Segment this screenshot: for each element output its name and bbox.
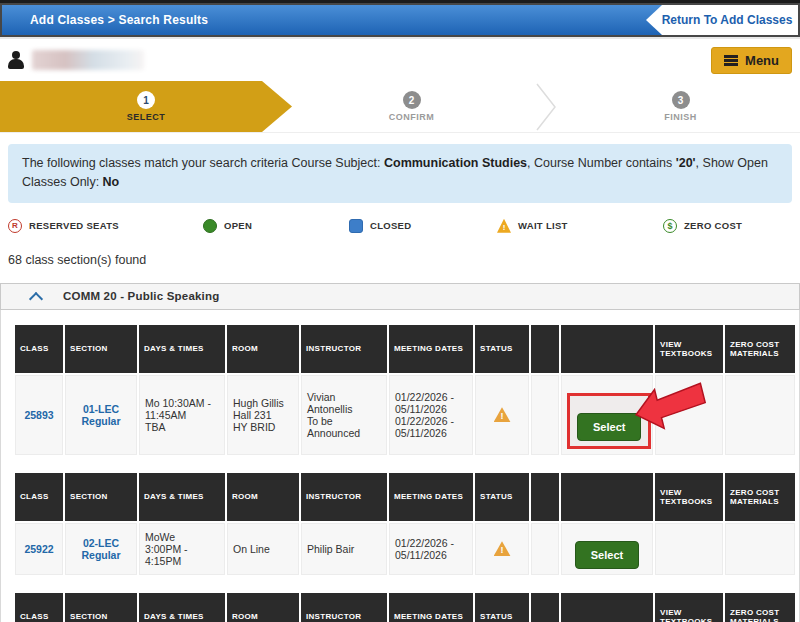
legend-closed-label: CLOSED bbox=[370, 220, 411, 231]
step-confirm-label: CONFIRM bbox=[389, 112, 435, 122]
col-status: STATUS bbox=[475, 593, 529, 622]
progress-steps: 1 SELECT 2 CONFIRM 3 FINISH bbox=[0, 81, 800, 133]
col-status: STATUS bbox=[475, 473, 529, 521]
step-select-label: SELECT bbox=[127, 112, 166, 122]
col-view-textbooks: VIEW TEXTBOOKS bbox=[655, 593, 723, 622]
course-group-header[interactable]: COMM 20 - Public Speaking bbox=[0, 283, 800, 310]
class-number-link[interactable]: 25893 bbox=[24, 409, 53, 421]
legend-zero-cost: $ ZERO COST bbox=[663, 219, 742, 233]
course-group-panel: CLASS SECTION DAYS & TIMES ROOM INSTRUCT… bbox=[0, 310, 800, 622]
wait-list-status-icon: ! bbox=[494, 407, 511, 422]
table-row: 25893 01-LEC Regular Mo 10:30AM - 11:45A… bbox=[15, 375, 795, 455]
col-status: STATUS bbox=[475, 325, 529, 373]
breadcrumb-separator: > bbox=[108, 13, 115, 27]
col-instructor: INSTRUCTOR bbox=[301, 473, 387, 521]
section-link[interactable]: 01-LEC Regular bbox=[81, 403, 120, 427]
col-view-textbooks: VIEW TEXTBOOKS bbox=[655, 325, 723, 373]
view-textbooks-cell bbox=[655, 375, 723, 455]
col-class: CLASS bbox=[15, 593, 63, 622]
col-days-times: DAYS & TIMES bbox=[139, 325, 225, 373]
blank-cell bbox=[531, 523, 559, 575]
col-action bbox=[561, 593, 653, 622]
step-finish: 3 FINISH bbox=[561, 81, 800, 132]
legend-wait-list-label: WAIT LIST bbox=[518, 220, 568, 231]
banner-mid1: , Course Number contains bbox=[527, 156, 676, 170]
legend-zero-cost-label: ZERO COST bbox=[684, 220, 742, 231]
table-header-row: CLASS SECTION DAYS & TIMES ROOM INSTRUCT… bbox=[15, 473, 795, 521]
section-table-3: CLASS SECTION DAYS & TIMES ROOM INSTRUCT… bbox=[13, 591, 787, 622]
table-header-row: CLASS SECTION DAYS & TIMES ROOM INSTRUCT… bbox=[15, 325, 795, 373]
col-zero-cost-materials: ZERO COST MATERIALS bbox=[725, 593, 795, 622]
section-table-1: CLASS SECTION DAYS & TIMES ROOM INSTRUCT… bbox=[13, 323, 787, 457]
action-cell: Select bbox=[561, 523, 653, 575]
col-section: SECTION bbox=[65, 473, 137, 521]
action-cell: Select bbox=[561, 375, 653, 455]
legend-open-label: OPEN bbox=[224, 220, 252, 231]
course-group-title: COMM 20 - Public Speaking bbox=[63, 290, 219, 302]
breadcrumb: Add Classes > Search Results bbox=[2, 13, 208, 27]
col-section: SECTION bbox=[65, 325, 137, 373]
class-number-link[interactable]: 25922 bbox=[24, 543, 53, 555]
wait-list-status-icon: ! bbox=[494, 541, 511, 556]
meeting-dates-cell: 01/22/2026 - 05/11/2026 01/22/2026 - 05/… bbox=[389, 375, 473, 455]
step-select-number: 1 bbox=[137, 91, 155, 109]
table-row: 25922 02-LEC Regular MoWe 3:00PM - 4:15P… bbox=[15, 523, 795, 575]
return-to-add-classes-container: Return To Add Classes bbox=[646, 5, 798, 35]
col-blank-1 bbox=[531, 473, 559, 521]
breadcrumb-section[interactable]: Add Classes bbox=[30, 13, 104, 27]
step-divider bbox=[531, 81, 561, 132]
menu-button[interactable]: Menu bbox=[711, 47, 792, 74]
col-room: ROOM bbox=[227, 325, 299, 373]
closed-icon bbox=[349, 219, 363, 233]
open-icon bbox=[203, 219, 217, 233]
zero-cost-cell bbox=[725, 375, 795, 455]
user-bar: Menu bbox=[0, 39, 800, 81]
legend-reserved-seats: R RESERVED SEATS bbox=[8, 219, 203, 233]
col-days-times: DAYS & TIMES bbox=[139, 593, 225, 622]
instructor-cell: Vivian Antonellis To be Announced bbox=[301, 375, 387, 455]
col-zero-cost-materials: ZERO COST MATERIALS bbox=[725, 325, 795, 373]
table-header-row: CLASS SECTION DAYS & TIMES ROOM INSTRUCT… bbox=[15, 593, 795, 622]
zero-cost-icon: $ bbox=[663, 219, 677, 233]
col-blank-1 bbox=[531, 593, 559, 622]
wait-list-icon: ! bbox=[497, 219, 511, 233]
col-room: ROOM bbox=[227, 593, 299, 622]
col-meeting-dates: MEETING DATES bbox=[389, 325, 473, 373]
col-view-textbooks: VIEW TEXTBOOKS bbox=[655, 473, 723, 521]
results-count: 68 class section(s) found bbox=[8, 253, 792, 267]
reserved-seats-icon: R bbox=[8, 219, 22, 233]
hamburger-icon bbox=[724, 55, 738, 66]
days-times-cell: Mo 10:30AM - 11:45AM TBA bbox=[139, 375, 225, 455]
step-select: 1 SELECT bbox=[0, 81, 292, 132]
col-zero-cost-materials: ZERO COST MATERIALS bbox=[725, 473, 795, 521]
legend-closed: CLOSED bbox=[349, 219, 497, 233]
user-name-redacted bbox=[32, 50, 144, 70]
legend-reserved-label: RESERVED SEATS bbox=[29, 220, 119, 231]
chevron-up-icon bbox=[31, 291, 41, 301]
col-action bbox=[561, 473, 653, 521]
col-class: CLASS bbox=[15, 473, 63, 521]
section-link[interactable]: 02-LEC Regular bbox=[81, 537, 120, 561]
section-table-2: CLASS SECTION DAYS & TIMES ROOM INSTRUCT… bbox=[13, 471, 787, 577]
col-class: CLASS bbox=[15, 325, 63, 373]
col-meeting-dates: MEETING DATES bbox=[389, 593, 473, 622]
col-room: ROOM bbox=[227, 473, 299, 521]
annotation-highlight-box: Select bbox=[567, 393, 651, 449]
breadcrumb-bar: Add Classes > Search Results Return To A… bbox=[0, 3, 800, 37]
legend-wait-list: ! WAIT LIST bbox=[497, 219, 663, 233]
select-button[interactable]: Select bbox=[575, 541, 639, 569]
col-action bbox=[561, 325, 653, 373]
zero-cost-cell bbox=[725, 523, 795, 575]
step-finish-number: 3 bbox=[672, 91, 690, 109]
banner-open-only: No bbox=[103, 175, 120, 189]
col-instructor: INSTRUCTOR bbox=[301, 325, 387, 373]
meeting-dates-cell: 01/22/2026 - 05/11/2026 bbox=[389, 523, 473, 575]
step-confirm-number: 2 bbox=[403, 91, 421, 109]
search-criteria-banner: The following classes match your search … bbox=[8, 144, 792, 203]
room-cell: On Line bbox=[227, 523, 299, 575]
user-icon bbox=[8, 51, 24, 69]
return-to-add-classes-link[interactable]: Return To Add Classes bbox=[652, 13, 793, 27]
view-textbooks-cell bbox=[655, 523, 723, 575]
status-legend: R RESERVED SEATS OPEN CLOSED ! WAIT LIST… bbox=[8, 219, 792, 233]
select-button[interactable]: Select bbox=[577, 413, 641, 441]
